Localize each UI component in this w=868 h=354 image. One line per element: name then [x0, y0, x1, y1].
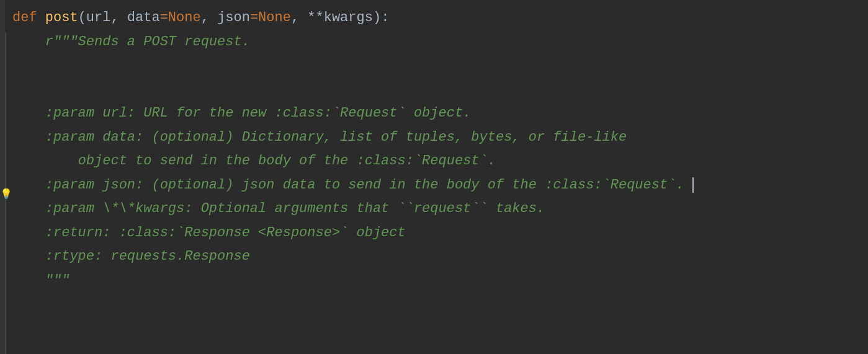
data-param: data: [127, 10, 160, 25]
rtype-tag: :rtype: requests.Response: [45, 249, 250, 264]
param-url: :param url: URL for the new :class:`Requ…: [45, 105, 472, 121]
param-data-cont: object to send in the body of the :class…: [78, 153, 496, 169]
param-kwargs: :param \*\*kwargs: Optional arguments th…: [45, 201, 545, 216]
docstring-close: """: [45, 273, 70, 288]
lightbulb-icon[interactable]: 💡: [0, 183, 12, 208]
param-json: :param json: (optional) json data to sen…: [45, 177, 684, 193]
return-tag: :return: :class:`Response <Response>` ob…: [45, 225, 406, 241]
param-data: :param data: (optional) Dictionary, list…: [45, 130, 627, 145]
function-name: post: [45, 10, 78, 25]
open-paren: (url,: [78, 10, 127, 25]
docstring-open: r"""Sends a POST request.: [45, 34, 250, 50]
code-editor: def post(url, data=None, json=None, **kw…: [0, 0, 868, 354]
json-param: json: [217, 10, 250, 25]
def-keyword: def: [12, 10, 45, 25]
